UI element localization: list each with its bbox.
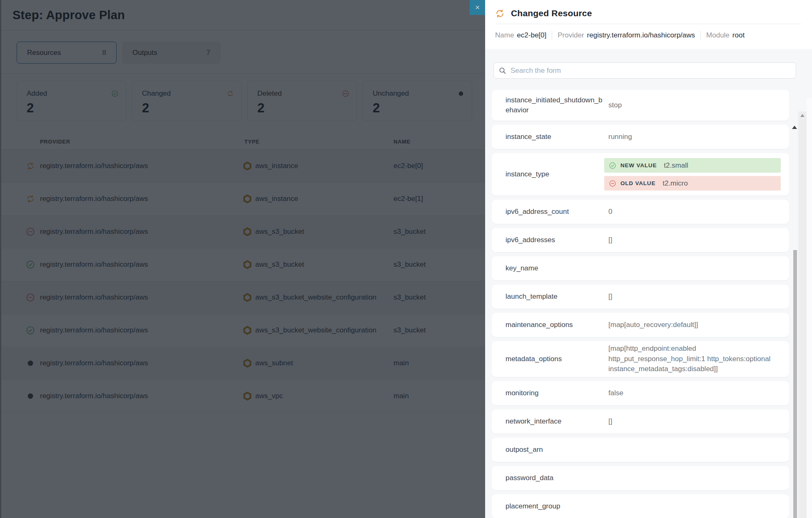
form-row: instance_state running bbox=[492, 125, 789, 149]
left-edge-divider bbox=[0, 0, 1, 518]
form-row: instance_initiated_shutdown_behavior sto… bbox=[492, 90, 789, 121]
meta-module-value: root bbox=[732, 31, 745, 40]
changed-resource-panel: Changed Resource Name ec2-be[0] Provider… bbox=[485, 0, 812, 518]
field-label: instance_initiated_shutdown_behavior bbox=[506, 95, 608, 115]
search-icon bbox=[499, 67, 506, 74]
meta-name-value: ec2-be[0] bbox=[517, 31, 546, 40]
form-row: placement_group bbox=[492, 494, 789, 518]
new-value-badge: NEW VALUE t2.small bbox=[604, 158, 781, 173]
old-value-badge: OLD VALUE t2.micro bbox=[604, 176, 781, 191]
field-label: ipv6_addresses bbox=[506, 235, 608, 245]
panel-body: instance_initiated_shutdown_behavior sto… bbox=[485, 49, 812, 518]
meta-provider-label: Provider bbox=[558, 31, 584, 40]
meta-name-label: Name bbox=[495, 31, 514, 40]
field-label: launch_template bbox=[506, 292, 608, 302]
meta-separator bbox=[552, 31, 552, 40]
panel-right-margin bbox=[807, 98, 812, 518]
meta-module-label: Module bbox=[706, 31, 730, 40]
form-row: metadata_options [map[http_endpoint:enab… bbox=[492, 341, 789, 377]
form-row: ipv6_addresses [] bbox=[492, 228, 789, 252]
meta-provider-value: registry.terraform.io/hashicorp/aws bbox=[587, 31, 695, 40]
modal-dim-overlay[interactable] bbox=[0, 0, 485, 518]
old-value-label: OLD VALUE bbox=[620, 180, 655, 186]
panel-title: Changed Resource bbox=[511, 8, 592, 18]
field-label: instance_state bbox=[506, 132, 608, 142]
form-row: launch_template [] bbox=[492, 285, 789, 309]
field-value: [] bbox=[608, 416, 781, 427]
close-icon: × bbox=[475, 3, 480, 12]
form-row: maintenance_options [map[auto_recovery:d… bbox=[492, 313, 789, 337]
old-value-text: t2.micro bbox=[663, 179, 687, 188]
field-value: [] bbox=[608, 235, 781, 245]
list-scroll-up-arrow-icon[interactable] bbox=[792, 126, 797, 129]
field-label: monitoring bbox=[506, 388, 608, 398]
field-label: metadata_options bbox=[506, 354, 608, 364]
field-label: instance_type bbox=[506, 169, 608, 179]
new-value-text: t2.small bbox=[664, 161, 688, 170]
form-list: instance_initiated_shutdown_behavior sto… bbox=[492, 90, 789, 518]
form-row: network_interface [] bbox=[492, 409, 789, 434]
close-panel-button[interactable]: × bbox=[470, 0, 485, 15]
panel-header: Changed Resource Name ec2-be[0] Provider… bbox=[485, 0, 812, 41]
search-input[interactable] bbox=[511, 67, 791, 75]
resource-meta-row: Name ec2-be[0] Provider registry.terrafo… bbox=[495, 30, 801, 41]
form-row: password_data bbox=[492, 466, 789, 490]
field-value: [map[http_endpoint:enabled http_put_resp… bbox=[608, 344, 781, 374]
minus-circle-icon bbox=[609, 180, 616, 187]
form-row-instance-type: instance_type NEW VALUE t2.small OLD VAL… bbox=[492, 153, 789, 196]
field-value: running bbox=[608, 132, 781, 142]
outer-scrollbar-track[interactable] bbox=[798, 112, 807, 518]
form-search-box[interactable] bbox=[493, 62, 796, 79]
field-value: [] bbox=[608, 292, 781, 302]
field-label: ipv6_address_count bbox=[506, 207, 608, 217]
field-label: network_interface bbox=[506, 416, 608, 426]
field-label: key_name bbox=[506, 263, 608, 273]
form-row: key_name bbox=[492, 256, 789, 280]
panel-divider bbox=[495, 24, 801, 24]
list-scrollbar-thumb[interactable] bbox=[793, 250, 797, 518]
scroll-up-arrow-icon[interactable] bbox=[800, 114, 805, 117]
field-value: stop bbox=[608, 100, 781, 111]
form-row: ipv6_address_count 0 bbox=[492, 200, 789, 224]
field-label: maintenance_options bbox=[506, 320, 608, 330]
meta-separator bbox=[700, 31, 701, 40]
field-value: 0 bbox=[608, 207, 781, 217]
new-value-label: NEW VALUE bbox=[620, 162, 657, 169]
check-circle-icon bbox=[609, 162, 616, 169]
field-label: outpost_arn bbox=[506, 445, 608, 455]
field-label: placement_group bbox=[506, 501, 608, 511]
refresh-circle-icon bbox=[495, 9, 505, 18]
field-value: false bbox=[608, 388, 781, 399]
field-value: [map[auto_recovery:default]] bbox=[608, 320, 781, 330]
field-label: password_data bbox=[506, 473, 608, 483]
form-row: outpost_arn bbox=[492, 438, 789, 462]
form-row: monitoring false bbox=[492, 381, 789, 405]
